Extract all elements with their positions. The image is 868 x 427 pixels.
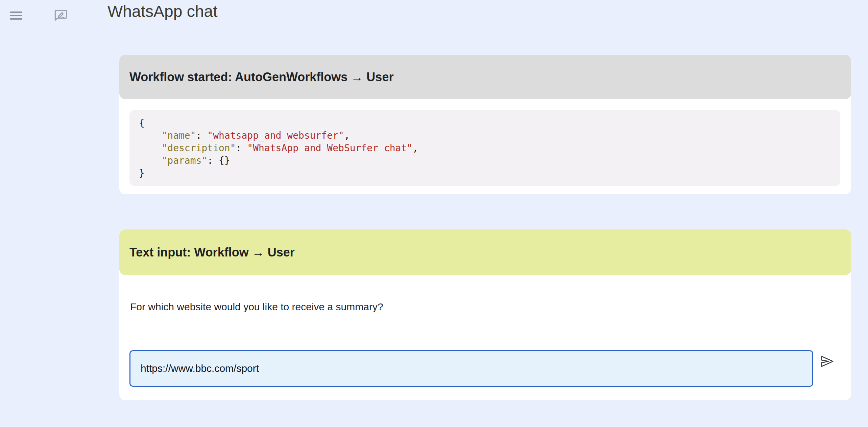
new-chat-button[interactable] <box>53 7 68 23</box>
chat-edit-icon <box>53 7 68 23</box>
message-header-text-input: Text input: Workflow → User <box>119 229 851 275</box>
send-button[interactable] <box>818 354 837 373</box>
hamburger-menu-icon <box>10 12 22 13</box>
json-code-block: { "name": "whatsapp_and_websurfer", "des… <box>129 110 840 186</box>
message-card-workflow-started: Workflow started: AutoGenWorkflows → Use… <box>119 55 851 194</box>
url-input[interactable] <box>129 350 813 387</box>
question-text: For which website would you like to rece… <box>130 301 383 313</box>
page-title: WhatsApp chat <box>107 2 218 21</box>
app-background: WhatsApp chat Workflow started: AutoGenW… <box>0 0 868 427</box>
message-card-text-input: Text input: Workflow → User For which we… <box>119 229 851 400</box>
send-paper-plane-icon <box>820 354 835 369</box>
message-header-workflow-started: Workflow started: AutoGenWorkflows → Use… <box>119 55 851 99</box>
menu-button[interactable] <box>10 9 25 22</box>
